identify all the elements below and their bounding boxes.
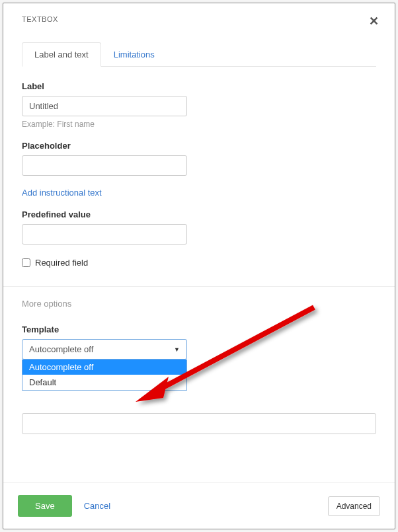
dialog-header: TEXTBOX ✕ [3, 3, 395, 36]
label-field-label: Label [22, 81, 376, 91]
tab-bar: Label and text Limitations [22, 42, 376, 67]
placeholder-field-label: Placeholder [22, 141, 376, 151]
dialog-body: Label and text Limitations Label Example… [3, 36, 395, 482]
predefined-field-label: Predefined value [22, 209, 376, 219]
template-field-label: Template [22, 324, 376, 334]
required-label: Required field [35, 258, 88, 268]
advanced-button[interactable]: Advanced [328, 496, 380, 516]
required-row: Required field [22, 258, 376, 268]
placeholder-group: Placeholder [22, 141, 376, 176]
template-select-value: Autocomplete off [29, 344, 93, 354]
tab-limitations[interactable]: Limitations [101, 42, 167, 67]
predefined-group: Predefined value [22, 209, 376, 245]
template-select[interactable]: Autocomplete off ▼ [22, 339, 187, 360]
required-checkbox[interactable] [22, 258, 30, 267]
placeholder-input[interactable] [22, 155, 187, 176]
more-options-header: More options [22, 287, 376, 324]
tab-label-and-text[interactable]: Label and text [22, 42, 101, 67]
extra-input[interactable] [22, 413, 376, 434]
dialog-footer: Save Cancel Advanced [3, 482, 395, 529]
cancel-button[interactable]: Cancel [84, 501, 110, 511]
option-default[interactable]: Default [22, 375, 186, 390]
label-group: Label Example: First name [22, 81, 376, 129]
predefined-input[interactable] [22, 224, 187, 245]
textbox-settings-dialog: TEXTBOX ✕ Label and text Limitations Lab… [3, 3, 395, 529]
save-button[interactable]: Save [18, 495, 72, 517]
template-group: Template Autocomplete off ▼ Autocomplete… [22, 324, 376, 360]
label-help-text: Example: First name [22, 120, 376, 129]
dialog-title: TEXTBOX [22, 15, 58, 23]
add-instructional-text-link[interactable]: Add instructional text [22, 188, 376, 198]
close-icon[interactable]: ✕ [369, 15, 379, 27]
option-autocomplete-off[interactable]: Autocomplete off [22, 360, 186, 375]
label-input[interactable] [22, 96, 187, 116]
chevron-down-icon: ▼ [174, 346, 180, 353]
template-dropdown: Autocomplete off Default [22, 360, 187, 391]
